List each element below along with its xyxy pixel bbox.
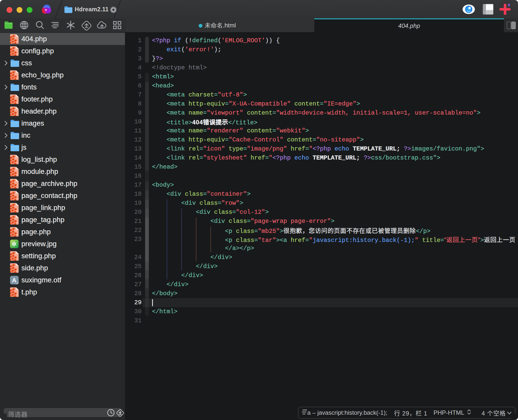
svg-text:A: A (12, 277, 16, 284)
